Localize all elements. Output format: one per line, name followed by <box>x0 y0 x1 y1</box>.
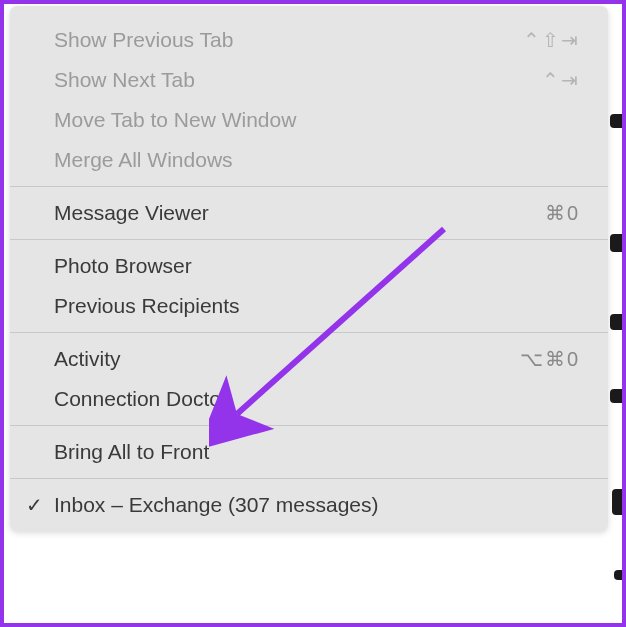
menu-item-show-previous-tab[interactable]: Show Previous Tab ⌃⇧⇥ <box>10 20 608 60</box>
menu-item-shortcut: ⌃⇥ <box>542 66 580 94</box>
menu-item-label: Bring All to Front <box>54 438 209 466</box>
menu-item-previous-recipients[interactable]: Previous Recipients <box>10 286 608 326</box>
menu-item-shortcut: ⌃⇧⇥ <box>523 26 580 54</box>
menu-item-label: Show Previous Tab <box>54 26 233 54</box>
menu-item-move-tab-new-window[interactable]: Move Tab to New Window <box>10 100 608 140</box>
screenshot-frame: Show Previous Tab ⌃⇧⇥ Show Next Tab ⌃⇥ M… <box>0 0 626 627</box>
menu-item-show-next-tab[interactable]: Show Next Tab ⌃⇥ <box>10 60 608 100</box>
menu-separator <box>10 186 608 187</box>
menu-separator <box>10 478 608 479</box>
menu-item-connection-doctor[interactable]: Connection Doctor <box>10 379 608 419</box>
window-menu-dropdown: Show Previous Tab ⌃⇧⇥ Show Next Tab ⌃⇥ M… <box>10 6 608 531</box>
menu-item-label: Show Next Tab <box>54 66 195 94</box>
background-text-fragments <box>608 4 622 623</box>
menu-item-label: Inbox – Exchange (307 messages) <box>54 491 379 519</box>
menu-item-message-viewer[interactable]: Message Viewer ⌘0 <box>10 193 608 233</box>
menu-item-photo-browser[interactable]: Photo Browser <box>10 246 608 286</box>
menu-separator <box>10 425 608 426</box>
menu-item-merge-all-windows[interactable]: Merge All Windows <box>10 140 608 180</box>
menu-separator <box>10 332 608 333</box>
menu-item-shortcut: ⌘0 <box>545 199 580 227</box>
menu-item-label: Previous Recipients <box>54 292 240 320</box>
menu-separator <box>10 239 608 240</box>
menu-item-activity[interactable]: Activity ⌥⌘0 <box>10 339 608 379</box>
menu-item-label: Message Viewer <box>54 199 209 227</box>
menu-item-label: Activity <box>54 345 121 373</box>
menu-item-bring-all-to-front[interactable]: Bring All to Front <box>10 432 608 472</box>
menu-item-label: Photo Browser <box>54 252 192 280</box>
checkmark-icon: ✓ <box>26 491 43 519</box>
menu-item-label: Connection Doctor <box>54 385 228 413</box>
menu-item-label: Move Tab to New Window <box>54 106 296 134</box>
menu-item-inbox-window[interactable]: ✓ Inbox – Exchange (307 messages) <box>10 485 608 525</box>
menu-item-label: Merge All Windows <box>54 146 233 174</box>
menu-item-shortcut: ⌥⌘0 <box>520 345 580 373</box>
